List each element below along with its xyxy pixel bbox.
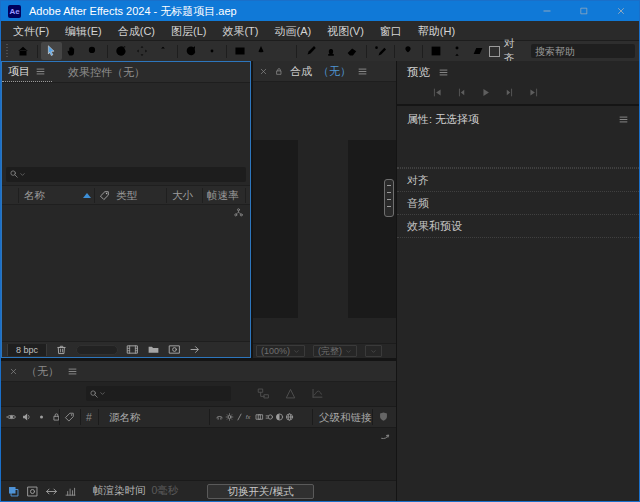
timeline-tab-label[interactable]: （无）: [26, 364, 59, 379]
panel-menu-icon[interactable]: [438, 67, 449, 78]
source-name-column[interactable]: 源名称: [109, 411, 141, 425]
speaker-icon[interactable]: [21, 411, 32, 423]
cube-icon[interactable]: [285, 411, 294, 423]
panel-menu-icon[interactable]: [67, 366, 78, 377]
dolly-camera-icon[interactable]: [153, 42, 174, 60]
render-pane-icon[interactable]: [64, 485, 77, 498]
selection-icon[interactable]: [41, 42, 62, 60]
tab-project[interactable]: 项目: [2, 62, 52, 82]
column-name[interactable]: 名称: [24, 189, 45, 203]
timeline-layer-area[interactable]: [1, 428, 396, 480]
graph-editor-icon[interactable]: [311, 387, 324, 400]
panel-align[interactable]: 对齐: [397, 168, 639, 191]
tab-close-icon[interactable]: [259, 67, 268, 76]
project-item-list[interactable]: [2, 205, 250, 341]
sort-ascending-icon[interactable]: [83, 193, 91, 198]
clone-stamp-icon[interactable]: [321, 42, 342, 60]
flowchart-icon[interactable]: [257, 387, 270, 400]
extra-dropdown[interactable]: [365, 345, 382, 357]
resolution-dropdown[interactable]: (完整): [313, 345, 357, 357]
puppet-pin-icon[interactable]: [398, 42, 419, 60]
next-frame-icon[interactable]: [503, 87, 516, 98]
comp-thumb-icon[interactable]: [168, 343, 181, 356]
toggle-switches-modes-button[interactable]: 切换开关/模式: [207, 484, 314, 499]
draft3d-icon[interactable]: [284, 387, 297, 400]
label-column-icon[interactable]: [99, 190, 110, 201]
project-search-input[interactable]: [26, 169, 243, 180]
project-search-box[interactable]: [6, 167, 246, 182]
menu-item[interactable]: 视图(V): [319, 21, 372, 41]
timeline-search-box[interactable]: [86, 386, 231, 401]
tab-close-icon[interactable]: [9, 367, 18, 376]
pan-camera-icon[interactable]: [132, 42, 153, 60]
inout-pane-icon[interactable]: [45, 485, 58, 498]
lock-icon[interactable]: [51, 411, 62, 423]
magnification-dropdown[interactable]: (100%): [256, 345, 305, 357]
transfer-pane-icon[interactable]: [26, 485, 39, 498]
type-icon[interactable]: [272, 42, 293, 60]
go-end-icon[interactable]: [527, 87, 540, 98]
panel-menu-icon[interactable]: [35, 66, 46, 77]
column-size[interactable]: 大小: [172, 189, 193, 203]
menu-item[interactable]: 合成(C): [110, 21, 163, 41]
bit-depth-button[interactable]: 8 bpc: [7, 344, 47, 356]
menu-item[interactable]: 动画(A): [267, 21, 320, 41]
close-button[interactable]: [602, 1, 639, 21]
preview-panel-header[interactable]: 预览: [397, 61, 639, 83]
fx-icon[interactable]: fx: [245, 411, 254, 423]
label-column-icon[interactable]: [64, 411, 75, 423]
parent-link-column[interactable]: 父级和链接: [319, 411, 372, 425]
index-column[interactable]: #: [86, 411, 92, 423]
footage-icon[interactable]: [126, 343, 139, 356]
rectangle-icon[interactable]: [230, 42, 251, 60]
rotation-icon[interactable]: [181, 42, 202, 60]
panel-grip-icon[interactable]: [5, 44, 10, 58]
zoom-icon[interactable]: [83, 42, 104, 60]
snap-checkbox[interactable]: [489, 46, 500, 57]
home-icon[interactable]: [13, 42, 34, 60]
brush-icon[interactable]: [300, 42, 321, 60]
pen-icon[interactable]: [251, 42, 272, 60]
motion-blur-icon[interactable]: [265, 411, 274, 423]
hand-icon[interactable]: [62, 42, 83, 60]
axis-world-icon[interactable]: [447, 42, 468, 60]
orbit-icon[interactable]: [111, 42, 132, 60]
go-start-icon[interactable]: [431, 87, 444, 98]
properties-panel-header[interactable]: 属性: 无选择项: [397, 106, 639, 132]
adjustment-icon[interactable]: [275, 411, 284, 423]
play-icon[interactable]: [479, 87, 492, 98]
menu-item[interactable]: 效果(T): [214, 21, 266, 41]
panel-menu-icon[interactable]: [618, 114, 629, 125]
roto-brush-icon[interactable]: [370, 42, 391, 60]
menu-item[interactable]: 帮助(H): [410, 21, 463, 41]
frame-blend-icon[interactable]: [255, 411, 264, 423]
menu-item[interactable]: 编辑(E): [57, 21, 110, 41]
panel-audio[interactable]: 音频: [397, 191, 639, 214]
tab-composition-label[interactable]: 合成: [290, 64, 312, 79]
lock-icon[interactable]: [274, 66, 284, 77]
eye-icon[interactable]: [6, 411, 17, 423]
timeline-search-input[interactable]: [106, 388, 228, 399]
menu-item[interactable]: 文件(F): [5, 21, 57, 41]
shy-icon[interactable]: [215, 411, 224, 423]
dot-icon[interactable]: [36, 411, 47, 423]
sun-icon[interactable]: [225, 411, 234, 423]
panel-effects-presets[interactable]: 效果和预设: [397, 214, 639, 237]
trash-icon[interactable]: [55, 343, 68, 356]
menu-item[interactable]: 窗口: [372, 21, 410, 41]
column-type[interactable]: 类型: [116, 189, 137, 203]
panel-splitter-handle[interactable]: [384, 179, 394, 217]
help-search-input[interactable]: [531, 44, 635, 58]
minimize-button[interactable]: [528, 1, 565, 21]
switches-pane-icon[interactable]: [7, 485, 20, 498]
axis-local-icon[interactable]: [426, 42, 447, 60]
eraser-icon[interactable]: [342, 42, 363, 60]
prev-frame-icon[interactable]: [455, 87, 468, 98]
slash-icon[interactable]: [235, 411, 244, 423]
pan-behind-icon[interactable]: [202, 42, 223, 60]
tab-effect-controls[interactable]: 效果控件（无）: [68, 65, 145, 80]
folder-icon[interactable]: [147, 343, 160, 356]
menu-item[interactable]: 图层(L): [163, 21, 214, 41]
axis-view-icon[interactable]: [468, 42, 489, 60]
column-fps[interactable]: 帧速率: [207, 189, 239, 203]
